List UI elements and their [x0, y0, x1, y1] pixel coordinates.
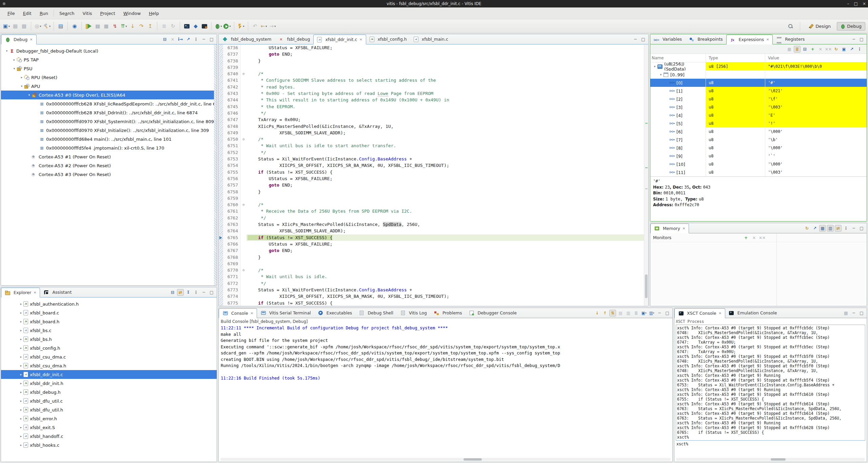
expression-row-0-99[interactable]: ▾[0..99] — [650, 71, 867, 79]
editor-line-6768[interactable]: 6768 } — [219, 254, 648, 261]
close-tab-icon[interactable]: ✕ — [718, 311, 721, 315]
fold-collapse-icon[interactable]: ⊖ — [241, 267, 246, 273]
line-number[interactable]: 6753 — [223, 156, 241, 162]
code-text[interactable] — [246, 195, 648, 201]
menu-window[interactable]: Window — [119, 9, 145, 17]
step-filters-icon[interactable]: ≣ — [160, 22, 168, 31]
expander-icon[interactable]: ▸ — [19, 311, 23, 314]
memory-pane-divider[interactable] — [776, 233, 777, 306]
expander-icon[interactable]: ▾ — [658, 73, 663, 76]
debug-minimize-icon[interactable]: ─ — [200, 36, 207, 43]
code-text[interactable]: * Wait until bus is idle. — [246, 273, 648, 280]
editor-tab-fsbl-debug[interactable]: fsbl_debug — [275, 34, 313, 44]
expressions-tab-variables[interactable]: Variables — [650, 34, 685, 44]
console-minimize-icon[interactable]: ─ — [656, 310, 663, 316]
menu-file[interactable]: File — [3, 9, 19, 17]
line-number[interactable]: 6751 — [223, 142, 241, 149]
debug-scrollbar[interactable] — [214, 44, 217, 285]
annotation-gutter[interactable] — [219, 175, 223, 182]
annotation-gutter[interactable] — [219, 241, 223, 247]
code-text[interactable]: goto END; — [246, 51, 648, 57]
column-header-type[interactable]: Type — [706, 54, 765, 62]
sash-editor-console[interactable] — [218, 306, 649, 308]
terminate-icon[interactable]: ■ — [102, 22, 110, 31]
expressions-minimize-icon[interactable]: ─ — [850, 36, 857, 43]
expression-row-6[interactable]: [6]u8'\000' — [650, 128, 867, 136]
save-all-icon[interactable]: ▩ — [20, 22, 28, 31]
open-console-icon[interactable]: ▤ — [57, 22, 65, 31]
code-text[interactable]: XFSBL_SODIMM_SLAVE_ADDR); — [246, 228, 648, 234]
line-number[interactable]: 6745 — [223, 103, 241, 110]
console-scroll-down-icon[interactable]: ↓ — [594, 310, 600, 316]
annotation-gutter[interactable] — [219, 267, 223, 273]
explorer-collapse-all-icon[interactable]: ⊟ — [169, 289, 176, 296]
annotation-gutter[interactable] — [219, 136, 223, 142]
annotation-gutter[interactable] — [219, 189, 223, 195]
debug-tree-item-apu[interactable]: ▾APU — [1, 82, 217, 91]
code-text[interactable]: goto END; — [246, 247, 648, 254]
code-text[interactable]: Status = Xil_WaitForEvent(IicInstance.Co… — [246, 156, 648, 162]
explorer-item-xfsbl-board-h[interactable]: ▸.hxfsbl_board.h — [1, 317, 217, 326]
memory-split-h-icon[interactable]: ▦ — [819, 225, 826, 232]
console-pin-scroll-icon[interactable]: ⇅ — [609, 310, 616, 316]
memory-maximize-icon[interactable]: □ — [858, 225, 865, 232]
explorer-item-xfsbl-ddr-init-c[interactable]: ▸.cxfsbl_ddr_init.c — [1, 370, 217, 379]
editor-line-6769[interactable]: 6769 — [219, 261, 648, 267]
explorer-minimize-icon[interactable]: ─ — [200, 289, 207, 296]
editor-line-6753[interactable]: 6753 Status = Xil_WaitForEvent(IicInstan… — [219, 156, 648, 162]
explorer-item-xfsbl-ddr-init-h[interactable]: ▸.hxfsbl_ddr_init.h — [1, 379, 217, 388]
explorer-item-xfsbl-bs-c[interactable]: ▸.cxfsbl_bs.c — [1, 326, 217, 335]
editor-line-6742[interactable]: 6742 * read bytes. — [219, 84, 648, 90]
annotation-gutter[interactable] — [219, 261, 223, 267]
code-text[interactable]: if (Status != XST_SUCCESS) { — [246, 169, 648, 175]
editor-line-6746[interactable]: 6746 */ — [219, 110, 648, 116]
annotation-gutter[interactable] — [219, 287, 223, 293]
line-number[interactable]: 6763 — [223, 221, 241, 228]
expander-icon[interactable]: ▸ — [19, 302, 23, 306]
expression-row-11[interactable]: [11]u8'\003' — [650, 168, 867, 176]
editor-line-6740[interactable]: 6740⊖ /* — [219, 71, 648, 77]
line-number[interactable]: 6770 — [223, 267, 241, 273]
resume-icon[interactable] — [84, 22, 93, 31]
close-tab-icon[interactable]: ✕ — [30, 38, 33, 41]
debug-tree-item-debugger-fsbl-debug-default-local[interactable]: ▾Debugger_fsbl_debug-Default (Local) — [1, 46, 217, 55]
line-number[interactable]: 6743 — [223, 90, 241, 97]
close-tab-icon[interactable]: ✕ — [34, 291, 36, 294]
menu-search[interactable]: Search — [55, 9, 79, 17]
editor-line-6739[interactable]: 6739 — [219, 64, 648, 71]
xsct-hscrollbar[interactable] — [676, 458, 865, 461]
memory-tab-memory[interactable]: Memory✕ — [650, 224, 689, 233]
editor-line-6743[interactable]: 6743 * 0x00U - Set starting byte address… — [219, 90, 648, 97]
editor-line-6775[interactable]: 6775 if (Status != XST_SUCCESS) { — [219, 300, 648, 306]
annotation-gutter[interactable] — [219, 247, 223, 254]
code-text[interactable] — [246, 261, 648, 267]
line-number[interactable]: 6760 — [223, 201, 241, 208]
line-number[interactable]: 6750 — [223, 136, 241, 142]
editor-line-6759[interactable]: 6759 — [219, 195, 648, 201]
fold-collapse-icon[interactable]: ⊖ — [241, 136, 246, 142]
line-number[interactable]: 6746 — [223, 110, 241, 116]
editor-line-6761[interactable]: 6761 * Receive the Data of 256U Bytes fr… — [219, 208, 648, 214]
expressions-tree-mode-icon[interactable]: ≣ — [794, 46, 801, 53]
code-text[interactable]: UStatus = XFSBL_FAILURE; — [246, 44, 648, 51]
code-text[interactable]: if (Status != XST_SUCCESS) { — [246, 234, 648, 241]
editor-line-6773[interactable]: 6773 Status = Xil_WaitForEvent(IicInstan… — [219, 287, 648, 293]
debug-maximize-icon[interactable]: □ — [208, 36, 215, 43]
expander-icon[interactable]: ▾ — [27, 93, 32, 97]
code-text[interactable]: * Wait until bus is idle to start anothe… — [246, 142, 648, 149]
console-word-wrap-icon[interactable]: ≣ — [633, 310, 639, 316]
code-text[interactable]: UStatus = XFSBL_FAILURE; — [246, 175, 648, 182]
editor-line-6741[interactable]: 6741 * Configure SODIMM Slave address to… — [219, 77, 648, 83]
code-text[interactable]: if (Status != XST_SUCCESS) { — [246, 300, 648, 306]
xsct-minimize-icon[interactable]: ─ — [850, 310, 857, 316]
line-number[interactable]: 6742 — [223, 84, 241, 90]
console-tab-vitis-log[interactable]: Vitis Log — [397, 308, 430, 318]
annotation-gutter[interactable] — [219, 64, 223, 71]
expander-icon[interactable]: ▾ — [652, 65, 657, 68]
expander-icon[interactable]: ▸ — [19, 382, 23, 385]
serial-terminal-icon[interactable] — [200, 22, 209, 31]
step-over-icon[interactable]: ↷ — [137, 22, 145, 31]
explorer-item-xfsbl-hooks-c[interactable]: ▸.cxfsbl_hooks.c — [1, 441, 217, 449]
debug-tree-item-0x00000000fffd68e4-main-src-xfsbl[interactable]: 0x00000000fffd68e4 main(): ../src/xfsbl_… — [1, 135, 217, 143]
annotation-gutter[interactable] — [219, 162, 223, 169]
